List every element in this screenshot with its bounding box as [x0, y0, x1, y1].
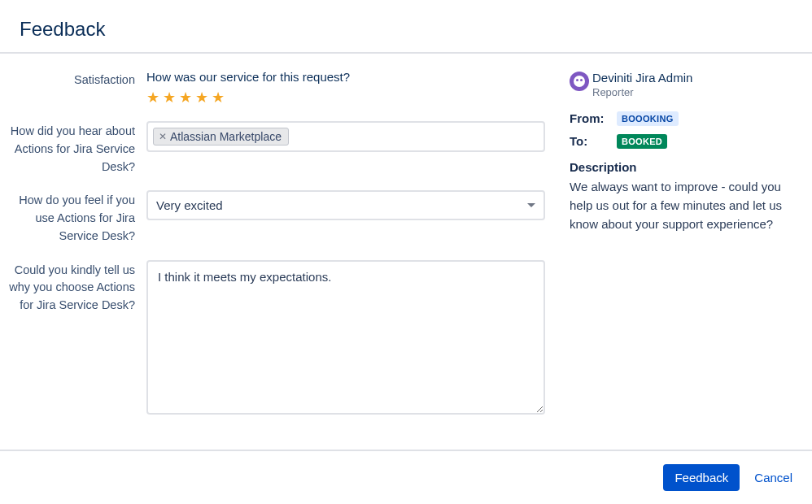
description-body: We always want to improve - could you he…: [570, 177, 796, 234]
status-to-row: To: BOOKED: [570, 134, 796, 149]
feel-value: Very excited: [156, 198, 223, 212]
reporter-role: Reporter: [592, 86, 692, 98]
why-choose-label: Could you kindly tell us why you choose …: [0, 260, 146, 315]
hear-about-input[interactable]: ✕ Atlassian Marketplace: [146, 121, 545, 152]
avatar: [570, 72, 589, 91]
content-area: Satisfaction How was our service for thi…: [0, 54, 812, 418]
feel-row: How do you feel if you use Actions for J…: [0, 190, 561, 245]
hear-about-label: How did you hear about Actions for Jira …: [0, 121, 146, 176]
form-column: Satisfaction How was our service for thi…: [0, 70, 561, 418]
hear-about-row: How did you hear about Actions for Jira …: [0, 121, 561, 176]
cancel-button[interactable]: Cancel: [754, 471, 792, 484]
from-status-lozenge: BOOOKING: [617, 111, 679, 126]
why-choose-row: Could you kindly tell us why you choose …: [0, 260, 561, 418]
status-from-row: From: BOOOKING: [570, 111, 796, 126]
tag-remove-icon[interactable]: ✕: [159, 131, 167, 142]
reporter-block: Deviniti Jira Admin Reporter: [570, 70, 796, 98]
star-icon[interactable]: ★: [146, 89, 159, 106]
reporter-name: Deviniti Jira Admin: [592, 70, 692, 86]
satisfaction-label: Satisfaction: [0, 70, 146, 89]
star-icon[interactable]: ★: [212, 89, 225, 106]
star-rating[interactable]: ★ ★ ★ ★ ★: [146, 89, 545, 106]
to-label: To:: [570, 134, 609, 148]
star-icon[interactable]: ★: [195, 89, 208, 106]
satisfaction-row: Satisfaction How was our service for thi…: [0, 70, 561, 106]
satisfaction-question: How was our service for this request?: [146, 70, 545, 84]
tag-atlassian-marketplace: ✕ Atlassian Marketplace: [153, 128, 289, 146]
to-status-lozenge: BOOKED: [617, 134, 667, 149]
page-title: Feedback: [0, 0, 812, 52]
feedback-button[interactable]: Feedback: [663, 464, 740, 491]
feel-select[interactable]: Very excited: [146, 190, 545, 220]
side-column: Deviniti Jira Admin Reporter From: BOOOK…: [561, 70, 812, 418]
chevron-down-icon: [527, 203, 535, 207]
description-heading: Description: [570, 160, 796, 174]
why-choose-textarea[interactable]: [146, 260, 545, 415]
footer: Feedback Cancel: [0, 450, 812, 504]
feel-label: How do you feel if you use Actions for J…: [0, 190, 146, 245]
tag-label: Atlassian Marketplace: [170, 130, 282, 143]
star-icon[interactable]: ★: [179, 89, 192, 106]
star-icon[interactable]: ★: [163, 89, 176, 106]
from-label: From:: [570, 111, 609, 125]
